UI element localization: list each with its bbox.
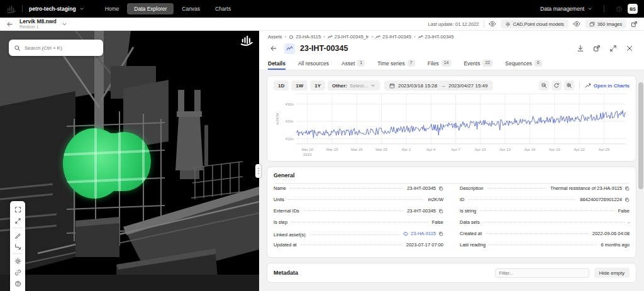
svg-text:Apr 7: Apr 7	[451, 148, 460, 151]
tab-files[interactable]: Files14	[428, 57, 452, 70]
nav-item-data-explorer[interactable]: Data Explorer	[127, 3, 174, 14]
chart-controls: 1D1W1Y Other: Select... 2023/03/18 15:28…	[274, 80, 630, 91]
lighting-icon[interactable]	[10, 255, 25, 266]
other-value: Select...	[350, 83, 368, 89]
scrollbar-thumb[interactable]	[638, 82, 643, 189]
range-button-1d[interactable]: 1D	[274, 80, 289, 91]
chevron-down-icon[interactable]	[62, 21, 67, 27]
detail-value-text: m2K/W	[428, 197, 443, 202]
share-icon[interactable]	[10, 266, 25, 278]
dotted-leader	[484, 222, 625, 222]
tab-all-resources[interactable]: All resources	[298, 57, 329, 70]
tab-asset[interactable]: Asset1	[341, 57, 365, 70]
detail-row-units: Unitsm2K/W	[274, 197, 443, 208]
expand-icon[interactable]	[608, 43, 619, 54]
measure-icon[interactable]	[10, 229, 25, 241]
timeseries-chart[interactable]: 410n420n430nMar 202023Mar 23Mar 26Mar 29…	[274, 91, 630, 160]
detail-value-text: 6 months ago	[601, 242, 630, 248]
breadcrumb-item[interactable]: 23-IHT-00345_tr	[328, 34, 369, 40]
tab-label: Sequences	[505, 60, 532, 67]
download-icon[interactable]	[575, 43, 586, 54]
other-range-select[interactable]: Other: Select...	[328, 80, 380, 91]
images-360-toggle[interactable]: 360 Images	[585, 19, 626, 28]
project-selector[interactable]: petro-tech-staging	[29, 6, 84, 12]
cad-models-toggle[interactable]: CAD,Point cloud models	[501, 19, 569, 28]
breadcrumb-item[interactable]: Assets	[268, 34, 282, 40]
arrow-right-icon: →	[440, 83, 445, 89]
detail-label: Is step	[274, 219, 287, 225]
details-panel: Assets›23-HA-9115›23-IHT-00345_tr›23-IHT…	[259, 31, 644, 291]
detail-value-text: 23-HA-9115	[411, 231, 436, 236]
range-button-1y[interactable]: 1Y	[310, 80, 325, 91]
metadata-filter-input[interactable]	[495, 268, 589, 278]
svg-text:m2K/W: m2K/W	[275, 113, 279, 125]
chart-svg[interactable]: 410n420n430nMar 202023Mar 23Mar 26Mar 29…	[274, 91, 630, 160]
help-icon[interactable]	[10, 278, 25, 289]
hide-empty-button[interactable]: Hide empty	[594, 268, 630, 278]
divider	[604, 5, 604, 13]
zoom-to-selection-icon[interactable]	[10, 215, 25, 226]
gear-icon	[505, 21, 511, 27]
eye-icon[interactable]	[489, 20, 496, 28]
main-nav: HomeData ExplorerCanvasCharts	[98, 3, 238, 14]
open-in-charts-link[interactable]: Open in Charts	[585, 82, 630, 89]
back-arrow-icon[interactable]	[268, 43, 279, 54]
back-arrow-icon[interactable]	[6, 21, 13, 28]
nav-item-home[interactable]: Home	[98, 3, 126, 14]
copy-icon[interactable]	[438, 186, 443, 191]
copy-icon[interactable]	[438, 209, 443, 214]
detail-value: -	[628, 219, 630, 225]
tab-label: Time series	[377, 60, 405, 67]
detail-label: Last reading	[460, 242, 486, 248]
model-file-bar: Lervik M8.nwd Revision 1 Last update: 01…	[0, 18, 644, 31]
3d-viewer[interactable]	[0, 31, 259, 291]
copy-icon[interactable]	[438, 231, 443, 236]
detail-value: False	[618, 208, 630, 214]
detail-row-linked-asset-s-: Linked asset(s)23-HA-9115	[274, 231, 443, 242]
tab-time-series[interactable]: Time series7	[377, 57, 415, 70]
metadata-section: Metadata Hide empty	[267, 263, 636, 283]
range-button-1w[interactable]: 1W	[291, 80, 308, 91]
breadcrumb-item[interactable]: 23-IHT-00345	[375, 34, 411, 40]
zoom-in-button[interactable]	[564, 80, 574, 91]
chevron-down-icon	[587, 6, 592, 11]
breadcrumb-item[interactable]: 23-HA-9115	[289, 34, 321, 40]
general-section: General Name23-IHT-00345DescriptionTherm…	[267, 167, 636, 258]
svg-text:Apr 1: Apr 1	[402, 148, 411, 151]
copy-icon[interactable]	[625, 186, 630, 191]
reset-zoom-button[interactable]	[552, 80, 562, 91]
open-window-icon[interactable]	[631, 21, 638, 28]
tab-events[interactable]: Events22	[464, 57, 492, 70]
detail-value: 23-IHT-00345	[407, 208, 443, 214]
svg-text:Apr 4: Apr 4	[426, 148, 436, 151]
split-drag-handle[interactable]	[255, 164, 261, 178]
close-icon[interactable]	[624, 43, 635, 54]
panel-scrollbar[interactable]	[638, 79, 643, 291]
metadata-heading: Metadata	[274, 270, 298, 276]
copy-icon[interactable]	[625, 197, 630, 202]
breadcrumb-item[interactable]: 23-IHT-00345	[418, 34, 454, 40]
search-input[interactable]	[25, 45, 98, 51]
tab-sequences[interactable]: Sequences0	[505, 57, 541, 70]
viewer-toolbar	[10, 201, 25, 291]
svg-text:Mar 20: Mar 20	[301, 148, 313, 151]
detail-value-text: False	[432, 219, 443, 225]
date-range-picker[interactable]: 2023/03/18 15:28 → 2023/04/27 15:49	[384, 80, 493, 91]
detail-value[interactable]: 23-HA-9115	[403, 231, 443, 236]
3d-scene[interactable]	[0, 31, 259, 291]
open-in-new-icon[interactable]	[591, 43, 602, 54]
cognite-logo-icon	[6, 4, 16, 14]
eye-icon[interactable]	[573, 20, 580, 28]
zoom-out-button[interactable]	[539, 80, 549, 91]
tab-details[interactable]: Details	[268, 57, 286, 70]
fit-view-icon[interactable]	[10, 204, 25, 215]
dotted-leader	[291, 222, 428, 222]
detail-label: Description	[460, 185, 484, 191]
help-icon[interactable]	[616, 6, 623, 13]
tab-label: Asset	[341, 60, 355, 67]
nav-item-canvas[interactable]: Canvas	[175, 3, 207, 14]
nav-item-charts[interactable]: Charts	[208, 3, 238, 14]
avatar[interactable]: BS	[628, 4, 638, 14]
slice-icon[interactable]	[10, 241, 25, 252]
data-management-menu[interactable]: Data management	[540, 6, 592, 12]
